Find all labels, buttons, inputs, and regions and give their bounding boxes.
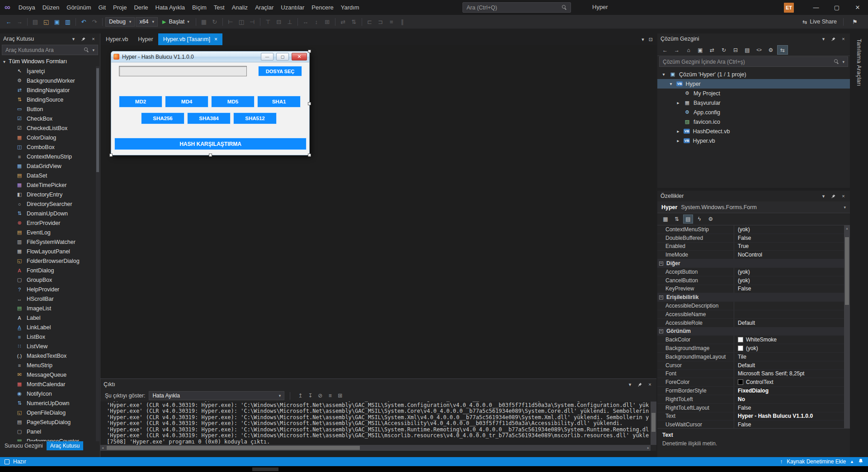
pending-changes-icon[interactable]: ⇄ [707, 45, 717, 55]
property-row-doublebuffered[interactable]: DoubleBufferedFalse [657, 234, 850, 243]
property-row-cancelbutton[interactable]: CancelButton(yok) [657, 276, 850, 285]
menu-test[interactable]: Test [210, 2, 228, 13]
chevron-collapsed-icon[interactable]: ▸ [675, 129, 681, 134]
toolbox-item-backgroundworker[interactable]: ⚙BackgroundWorker [0, 76, 100, 85]
menu-uzant-lar[interactable]: Uzantılar [277, 2, 308, 13]
snap-lines-icon[interactable]: ∥ [397, 17, 407, 27]
chevron-down-icon[interactable]: ▾ [820, 193, 827, 199]
property-row-righttoleft[interactable]: RightToLeftNo [657, 395, 850, 404]
collapse-icon[interactable]: − [659, 262, 663, 266]
forms-designer-surface[interactable]: Hyper - Hash Bulucu V1.1.0.0 — ▢ ✕ DOSYA… [100, 45, 656, 379]
menu-hata-ay-kla[interactable]: Hata Ayıkla [152, 2, 189, 13]
align-tops-icon[interactable]: ⊤ [263, 17, 273, 27]
toolbox-item-filesystemwatcher[interactable]: ▥FileSystemWatcher [0, 237, 100, 247]
document-list-chevron-icon[interactable]: ▾ [642, 37, 644, 42]
property-row-forecolor[interactable]: ForeColorControlText [657, 378, 850, 387]
property-row-imemode[interactable]: ImeModeNoControl [657, 251, 850, 259]
collapse-all-icon[interactable]: ⊟ [730, 45, 741, 55]
md5-button[interactable]: MD5 [211, 96, 255, 107]
toolbox-item-button[interactable]: ▭Button [0, 104, 100, 114]
output-source-dropdown[interactable]: Hata Ayıkla ▾ [149, 391, 284, 400]
toolbox-scrollbar[interactable] [96, 66, 99, 441]
tab-hyper-vb-tasar-m[interactable]: Hyper.vb [Tasarım]× [158, 33, 222, 45]
make-same-width-icon[interactable]: ↔ [301, 17, 311, 27]
switch-views-icon[interactable]: ▣ [695, 45, 706, 55]
align-bottoms-icon[interactable]: ⊥ [285, 17, 295, 27]
toolbox-item-listbox[interactable]: ≡ListBox [0, 332, 100, 341]
hash-compare-button[interactable]: HASH KARŞILAŞTIRMA [114, 138, 307, 150]
scrollbar-thumb[interactable] [107, 446, 360, 450]
close-icon[interactable]: × [840, 193, 847, 199]
toolbox-item-directorysearcher[interactable]: ○DirectorySearcher [0, 199, 100, 209]
toolbox-item-menustrip[interactable]: ≡MenuStrip [0, 360, 100, 370]
menu-dosya[interactable]: Dosya [15, 2, 39, 13]
toolbox-item-eventlog[interactable]: ▤EventLog [0, 228, 100, 237]
sha384-button[interactable]: SHA384 [187, 112, 231, 124]
property-row-enabled[interactable]: EnabledTrue [657, 243, 850, 251]
tree-item-favicon-ico[interactable]: ▨favicon.ico [657, 117, 850, 126]
selected-object-dropdown[interactable]: Hyper System.Windows.Forms.Form ▾ [657, 201, 850, 213]
align-centers-icon[interactable]: ◫ [236, 17, 246, 27]
close-icon[interactable]: × [90, 36, 97, 42]
goto-previous-message-icon[interactable]: ↥ [296, 391, 305, 400]
tree-item-app-config[interactable]: ⚙App.config [657, 107, 850, 117]
property-row-accessiblename[interactable]: AccessibleName [657, 310, 850, 319]
property-row-backgroundimagelayout[interactable]: BackgroundImageLayoutTile [657, 353, 850, 361]
chevron-expanded-icon[interactable]: ▾ [668, 81, 674, 86]
property-category-di-er[interactable]: −Diğer [657, 259, 850, 268]
properties-view-icon[interactable]: ▤ [683, 215, 693, 224]
toolbox-item-domainupdown[interactable]: ⇅DomainUpDown [0, 209, 100, 218]
collapse-icon[interactable]: − [659, 329, 663, 333]
categorized-icon[interactable]: ▦ [660, 215, 670, 224]
navigate-forward-icon[interactable]: → [14, 17, 24, 27]
resize-handle[interactable] [308, 50, 311, 53]
tree-item-my-project[interactable]: ⚙My Project [657, 89, 850, 98]
float-window-icon[interactable]: ⊡ [649, 37, 653, 42]
vertical-spacing-icon[interactable]: ⇅ [349, 17, 359, 27]
toolbox-item-panel[interactable]: ▢Panel [0, 427, 100, 436]
toolbox-item-hscrollbar[interactable]: ↔HScrollBar [0, 294, 100, 304]
tree-item-ba-vurular[interactable]: ▸▦Başvurular [657, 98, 850, 107]
new-file-icon[interactable]: ▤ [30, 17, 40, 27]
scrollbar-thumb[interactable] [651, 413, 656, 432]
toolbox-item-datagridview[interactable]: ▦DataGridView [0, 161, 100, 171]
start-debugging-button[interactable]: ▶ Başlat ▾ [159, 17, 193, 27]
events-icon[interactable]: ϟ [694, 215, 704, 224]
align-rights-icon[interactable]: ⊣ [247, 17, 257, 27]
menu-analiz[interactable]: Analiz [228, 2, 251, 13]
resize-handle[interactable] [308, 154, 311, 157]
send-to-back-icon[interactable]: ⊐ [376, 17, 386, 27]
account-badge[interactable]: ET [784, 3, 794, 13]
property-category-eri-ilebilirlik[interactable]: −Erişilebilirlik [657, 293, 850, 302]
property-row-text[interactable]: TextHyper - Hash Bulucu V1.1.0.0 [657, 412, 850, 421]
toolbox-item-checkbox[interactable]: ☑CheckBox [0, 114, 100, 123]
md2-button[interactable]: MD2 [119, 96, 162, 107]
hot-reload-icon[interactable]: ↻ [210, 17, 220, 27]
toolbox-item-performancecounter[interactable]: ▤PerformanceCounter [0, 436, 100, 441]
designed-form[interactable]: Hyper - Hash Bulucu V1.1.0.0 — ▢ ✕ DOSYA… [111, 51, 310, 155]
maximize-button[interactable]: ▢ [826, 0, 847, 15]
toolbox-item-folderbrowserdialog[interactable]: ◱FolderBrowserDialog [0, 256, 100, 266]
toolbox-section-header[interactable]: ▾ Tüm Windows Formları [0, 56, 100, 66]
view-code-icon[interactable]: <> [754, 45, 764, 55]
property-row-accessiblerole[interactable]: AccessibleRoleDefault [657, 319, 850, 327]
property-row-righttoleftlayout[interactable]: RightToLeftLayoutFalse [657, 404, 850, 412]
close-icon[interactable]: × [646, 382, 653, 387]
file-path-textbox[interactable] [119, 66, 247, 76]
notifications-bell-icon[interactable] [858, 458, 863, 465]
make-same-height-icon[interactable]: ↕ [311, 17, 321, 27]
property-row-font[interactable]: FontMicrosoft Sans Serif; 8,25pt [657, 370, 850, 379]
menu-pencere[interactable]: Pencere [308, 2, 337, 13]
navigate-back-icon[interactable]: ← [4, 17, 14, 27]
toolbox-item-maskedtextbox[interactable]: (.)MaskedTextBox [0, 351, 100, 360]
pin-icon[interactable] [830, 194, 837, 199]
alphabetical-icon[interactable]: ⇅ [672, 215, 682, 224]
tab-hyper[interactable]: Hyper [133, 33, 158, 45]
scroll-right-icon[interactable]: ▸ [647, 446, 649, 450]
toggle-output-icon[interactable]: ⊞ [335, 391, 344, 400]
chevron-down-icon[interactable]: ▾ [820, 36, 827, 42]
word-wrap-icon[interactable]: ≡ [326, 391, 335, 400]
toolbox-item-errorprovider[interactable]: ⊗ErrorProvider [0, 218, 100, 228]
menu-git[interactable]: Git [94, 2, 109, 13]
menu-g-r-n-m[interactable]: Görünüm [63, 2, 94, 13]
